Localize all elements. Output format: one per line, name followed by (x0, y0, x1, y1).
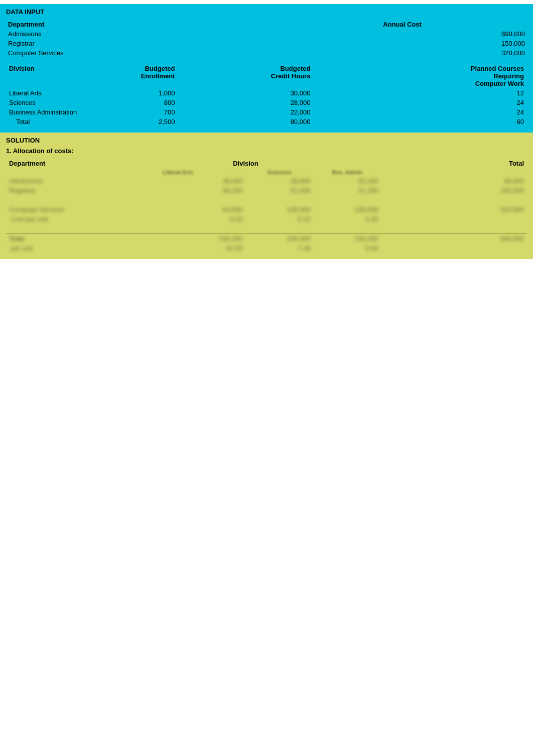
allocation-table: Department Division Total Liberal Arts S… (6, 159, 527, 253)
data-input-title: DATA INPUT (6, 8, 527, 16)
alloc-division-header: Department Division Total (6, 159, 527, 168)
dept-registrar-row: Registrar 150,000 (6, 39, 527, 48)
liberal-arts-credit-hours: 30,000 (245, 88, 313, 98)
alloc-registrar-total: 150,000 (381, 186, 527, 195)
business-admin-name: Business Adminstration (6, 107, 110, 117)
dept-computer-services-row: Computer Services 320,000 (6, 48, 527, 58)
budgeted-credit-hours-header: BudgetedCredit Hours (245, 64, 313, 88)
planned-courses-header: Planned CoursesRequiringComputer Work (381, 64, 527, 88)
alloc-cs-la: 64,000 (110, 205, 246, 214)
alloc-dept-col-header: Department (6, 159, 110, 168)
alloc-total-sci: 209,300 (245, 234, 313, 244)
alloc-admissions-la: 36,000 (110, 176, 246, 186)
liberal-arts-name: Liberal Arts (6, 88, 110, 98)
annual-cost-header: Annual Cost (381, 20, 527, 29)
col3-header (178, 20, 246, 29)
alloc-computer-services-row: Computer Services 64,000 128,000 128,000… (6, 205, 527, 214)
business-admin-computer-work: 24 (381, 107, 527, 117)
alloc-admissions-total: 90,000 (381, 176, 527, 186)
business-admin-enrollment: 700 (110, 107, 178, 117)
alloc-registrar-row: Registrar 56,250 52,500 41,250 150,000 (6, 186, 527, 195)
business-admin-credit-hours: 22,000 (245, 107, 313, 117)
alloc-spacer-row (6, 195, 527, 205)
dept-admissions-name: Admissions (6, 29, 110, 39)
dept-admissions-cost: $90,000 (381, 29, 527, 39)
sciences-enrollment: 800 (110, 98, 178, 107)
total-enrollment: 2,500 (110, 117, 178, 127)
dept-col-header: Department (6, 20, 110, 29)
col2-header (110, 20, 178, 29)
alloc-total-la: 156,250 (110, 234, 246, 244)
sciences-row: Sciences 800 28,000 24 (6, 98, 527, 107)
department-table: Department Annual Cost Admissions $90,00… (6, 20, 527, 58)
page: DATA INPUT Department Annual Cost (0, 0, 533, 263)
dept-registrar-name: Registrar (6, 39, 110, 48)
alloc-registrar-la: 56,250 (110, 186, 246, 195)
solution-title: SOLUTION (6, 137, 527, 144)
division-sub-header-row: Division BudgetedEnrollment BudgetedCred… (6, 64, 527, 88)
liberal-arts-row: Liberal Arts 1,000 30,000 12 (6, 88, 527, 98)
col4-header (245, 20, 313, 29)
alloc-cs-sci: 128,000 (245, 205, 313, 214)
alloc-grand-total: 560,000 (381, 234, 527, 244)
alloc-cost-per-unit-label: Cost per unit (6, 214, 110, 224)
alloc-spacer2-row (6, 224, 527, 234)
liberal-arts-computer-work: 12 (381, 88, 527, 98)
sciences-name: Sciences (6, 98, 110, 107)
solution-section: SOLUTION 1. Allocation of costs: Departm… (0, 133, 533, 259)
alloc-registrar-name: Registrar (6, 186, 110, 195)
dept-computer-services-name: Computer Services (6, 48, 110, 58)
sciences-computer-work: 24 (381, 98, 527, 107)
alloc-registrar-sci: 52,500 (245, 186, 313, 195)
alloc-cost-per-unit-row: Cost per unit 5.33 5.33 5.33 (6, 214, 527, 224)
alloc-admissions-sci: 28,800 (245, 176, 313, 186)
alloc-admissions-name: Admissions (6, 176, 110, 186)
alloc-total-col-header: Total (381, 159, 527, 168)
dept-registrar-cost: 150,000 (381, 39, 527, 48)
total-label: Total (6, 117, 110, 127)
alloc-registrar-ba: 41,250 (313, 186, 381, 195)
alloc-per-unit-label: per unit (6, 243, 110, 253)
col5-header (313, 20, 381, 29)
dept-admissions-row: Admissions $90,000 (6, 29, 527, 39)
total-computer-work: 60 (381, 117, 527, 127)
alloc-admissions-row: Admissions 36,000 28,800 25,200 90,000 (6, 176, 527, 186)
alloc-computer-services-name: Computer Services (6, 205, 110, 214)
data-input-section: DATA INPUT Department Annual Cost (0, 4, 533, 133)
business-admin-row: Business Adminstration 700 22,000 24 (6, 107, 527, 117)
budgeted-enrollment-header: BudgetedEnrollment (110, 64, 178, 88)
liberal-arts-enrollment: 1,000 (110, 88, 178, 98)
division-table: Division BudgetedEnrollment BudgetedCred… (6, 64, 527, 127)
dept-table-header-row: Department Annual Cost (6, 20, 527, 29)
allocation-title: 1. Allocation of costs: (6, 147, 527, 155)
business-sub-header: Bus. Admin (313, 168, 381, 176)
division-col-header: Division (6, 64, 110, 88)
total-row: Total 2,500 80,000 60 (6, 117, 527, 127)
alloc-total-label: Total (6, 234, 110, 244)
liberal-arts-sub-header: Liberal Arts (110, 168, 246, 176)
alloc-total-row: Total 156,250 209,300 194,450 560,000 (6, 234, 527, 244)
alloc-total-ba: 194,450 (313, 234, 381, 244)
dept-computer-services-cost: 320,000 (381, 48, 527, 58)
sciences-sub-header: Sciences (245, 168, 313, 176)
alloc-admissions-ba: 25,200 (313, 176, 381, 186)
alloc-division-group-header: Division (110, 159, 381, 168)
sciences-credit-hours: 28,000 (245, 98, 313, 107)
alloc-cs-ba: 128,000 (313, 205, 381, 214)
alloc-cs-total: 320,000 (381, 205, 527, 214)
alloc-sub-header-row: Liberal Arts Sciences Bus. Admin (6, 168, 527, 176)
alloc-per-unit-row: per unit 62.50 7.48 8.84 (6, 243, 527, 253)
total-credit-hours: 80,000 (245, 117, 313, 127)
